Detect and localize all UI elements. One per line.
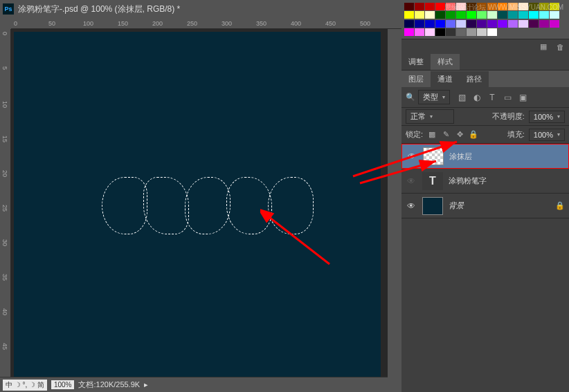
swatch[interactable] — [425, 11, 435, 19]
swatch[interactable] — [404, 28, 414, 36]
swatch[interactable] — [404, 20, 414, 28]
statusbar: 中 ☽ °, ☽ 简 100% 文档:120K/255.9K ▸ — [0, 377, 388, 392]
swatch[interactable] — [435, 11, 445, 19]
swatch[interactable] — [435, 28, 445, 36]
swatch[interactable] — [456, 28, 466, 36]
filter-type-icon[interactable]: T — [487, 93, 497, 102]
blend-row: 正常 ▾ 不透明度: 100% ▾ — [401, 108, 569, 126]
swatch[interactable] — [518, 20, 528, 28]
visibility-icon[interactable]: 👁 — [406, 151, 417, 162]
layers-list: 👁 涂抹层 👁 T 涂鸦粉笔字 👁 背景 🔒 — [401, 144, 569, 218]
opacity-label: 不透明度: — [492, 111, 525, 122]
swatch[interactable] — [508, 20, 518, 28]
swatch[interactable] — [425, 3, 435, 10]
panels: 思缘设计论坛 WWW.MISSYUAN.COM ▦ 🗑 调整 样式 图层 通道 … — [401, 0, 569, 392]
doc-info: 文档:120K/255.9K — [78, 380, 140, 390]
tab-styles[interactable]: 样式 — [431, 54, 460, 70]
canvas-area[interactable]: 涂鸦粉笔字 — [11, 29, 388, 382]
filter-smart-icon[interactable]: ▣ — [518, 93, 527, 102]
canvas[interactable]: 涂鸦粉笔字 — [14, 32, 381, 377]
lock-row: 锁定: ▩ ✎ ✥ 🔒 填充: 100% ▾ — [401, 126, 569, 144]
swatch[interactable] — [404, 11, 414, 19]
fill-input[interactable]: 100% ▾ — [529, 129, 565, 141]
swatch[interactable] — [425, 28, 435, 36]
layer-name[interactable]: 背景 — [449, 200, 464, 211]
layer-name[interactable]: 涂抹层 — [449, 151, 472, 162]
swatch[interactable] — [404, 3, 414, 10]
lock-icon: 🔒 — [555, 201, 565, 210]
watermark: 思缘设计论坛 WWW.MISSYUAN.COM — [444, 3, 563, 12]
selection-marquee: 涂鸦粉笔字 — [104, 177, 311, 234]
swatch[interactable] — [425, 20, 435, 28]
filter-kind-dropdown[interactable]: 类型 ▾ — [418, 90, 450, 104]
new-swatch-icon[interactable]: ▦ — [539, 42, 548, 52]
chevron-down-icon: ▾ — [442, 94, 445, 100]
lock-all-icon[interactable]: 🔒 — [469, 130, 478, 140]
tab-layers[interactable]: 图层 — [401, 71, 431, 87]
lock-pixels-icon[interactable]: ✎ — [441, 130, 451, 140]
chevron-down-icon: ▾ — [557, 113, 560, 120]
layer-row[interactable]: 👁 背景 🔒 — [401, 194, 569, 218]
lock-position-icon[interactable]: ✥ — [455, 130, 464, 140]
swatch[interactable] — [446, 28, 455, 36]
swatch[interactable] — [415, 11, 424, 19]
panel-tabs-upper: 调整 样式 — [401, 54, 569, 71]
swatch[interactable] — [477, 28, 487, 36]
tab-adjust[interactable]: 调整 — [401, 54, 431, 70]
swatch[interactable] — [435, 20, 445, 28]
lock-transparent-icon[interactable]: ▩ — [427, 130, 437, 140]
layer-name[interactable]: 涂鸦粉笔字 — [449, 176, 487, 186]
trash-icon[interactable]: 🗑 — [555, 42, 565, 52]
app-icon: Ps — [3, 3, 14, 15]
layer-thumb[interactable] — [423, 147, 444, 165]
layer-filter-row: 🔍 类型 ▾ ▧ ◐ T ▭ ▣ — [401, 87, 569, 108]
ime-status: 中 ☽ °, ☽ 简 — [3, 380, 47, 391]
swatch[interactable] — [477, 20, 487, 28]
swatch[interactable] — [550, 20, 559, 28]
swatch[interactable] — [467, 20, 476, 28]
blend-mode-dropdown[interactable]: 正常 ▾ — [406, 109, 454, 124]
swatch[interactable] — [446, 20, 455, 28]
filter-adjust-icon[interactable]: ◐ — [472, 93, 482, 102]
layer-row[interactable]: 👁 T 涂鸦粉笔字 — [401, 169, 569, 194]
ruler-vertical: 0 5 10 15 20 25 30 35 40 45 — [0, 29, 11, 382]
swatch[interactable] — [467, 28, 476, 36]
visibility-icon[interactable]: 👁 — [406, 176, 417, 187]
filter-pixel-icon[interactable]: ▧ — [457, 93, 467, 102]
swatches-panel[interactable]: 思缘设计论坛 WWW.MISSYUAN.COM — [401, 0, 569, 39]
swatch[interactable] — [435, 3, 445, 10]
chevron-down-icon: ▾ — [430, 113, 433, 120]
layer-thumb[interactable] — [422, 197, 443, 215]
visibility-icon[interactable]: 👁 — [406, 200, 417, 212]
type-layer-icon[interactable]: T — [422, 172, 443, 190]
zoom-level[interactable]: 100% — [51, 380, 75, 389]
swatches-footer: ▦ 🗑 — [401, 39, 569, 54]
swatch[interactable] — [498, 20, 507, 28]
swatch[interactable] — [529, 20, 539, 28]
panel-tabs-lower: 图层 通道 路径 — [401, 71, 569, 87]
swatch[interactable] — [415, 20, 424, 28]
swatch[interactable] — [456, 20, 466, 28]
swatch[interactable] — [487, 20, 497, 28]
swatch[interactable] — [415, 28, 424, 36]
layer-row[interactable]: 👁 涂抹层 — [401, 144, 569, 169]
opacity-input[interactable]: 100% ▾ — [529, 111, 565, 123]
chevron-right-icon[interactable]: ▸ — [144, 380, 148, 389]
fill-label: 填充: — [507, 129, 525, 140]
tab-paths[interactable]: 路径 — [460, 71, 489, 87]
swatch[interactable] — [487, 28, 497, 36]
tab-channels[interactable]: 通道 — [431, 71, 460, 87]
search-icon[interactable]: 🔍 — [406, 93, 415, 102]
chevron-down-icon: ▾ — [557, 131, 560, 138]
swatch[interactable] — [539, 20, 549, 28]
lock-label: 锁定: — [406, 129, 423, 140]
swatch[interactable] — [415, 3, 424, 10]
filter-shape-icon[interactable]: ▭ — [503, 93, 512, 102]
